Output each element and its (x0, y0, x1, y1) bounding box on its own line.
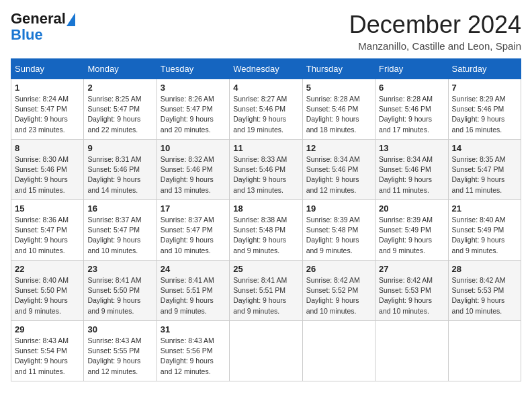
calendar-week-row: 8Sunrise: 8:30 AMSunset: 5:46 PMDaylight… (11, 140, 521, 200)
day-number: 29 (15, 324, 80, 334)
weekday-header: Tuesday (157, 59, 229, 79)
calendar-cell: 17Sunrise: 8:37 AMSunset: 5:47 PMDayligh… (157, 200, 229, 261)
day-number: 8 (15, 143, 80, 153)
calendar-cell (448, 321, 521, 381)
logo-blue: Blue (11, 26, 43, 43)
day-info: Sunrise: 8:37 AMSunset: 5:47 PMDaylight:… (161, 215, 226, 256)
calendar-cell (302, 321, 375, 381)
calendar-cell: 14Sunrise: 8:35 AMSunset: 5:47 PMDayligh… (448, 140, 521, 200)
calendar-cell: 8Sunrise: 8:30 AMSunset: 5:46 PMDaylight… (11, 140, 84, 200)
day-info: Sunrise: 8:39 AMSunset: 5:49 PMDaylight:… (379, 215, 444, 256)
day-info: Sunrise: 8:34 AMSunset: 5:46 PMDaylight:… (379, 154, 444, 195)
day-info: Sunrise: 8:25 AMSunset: 5:47 PMDaylight:… (87, 94, 152, 135)
calendar-cell: 1Sunrise: 8:24 AMSunset: 5:47 PMDaylight… (11, 79, 84, 140)
day-number: 19 (306, 203, 371, 214)
calendar-cell: 23Sunrise: 8:41 AMSunset: 5:50 PMDayligh… (84, 261, 157, 321)
day-info: Sunrise: 8:26 AMSunset: 5:47 PMDaylight:… (161, 94, 226, 135)
calendar-cell: 27Sunrise: 8:42 AMSunset: 5:53 PMDayligh… (375, 261, 448, 321)
calendar-cell: 5Sunrise: 8:28 AMSunset: 5:46 PMDaylight… (302, 79, 375, 140)
day-info: Sunrise: 8:40 AMSunset: 5:50 PMDaylight:… (15, 275, 80, 316)
day-number: 3 (161, 83, 226, 93)
day-number: 17 (161, 203, 226, 214)
day-info: Sunrise: 8:40 AMSunset: 5:49 PMDaylight:… (452, 215, 517, 256)
day-info: Sunrise: 8:42 AMSunset: 5:53 PMDaylight:… (452, 275, 517, 316)
day-number: 26 (306, 264, 371, 274)
calendar-week-row: 1Sunrise: 8:24 AMSunset: 5:47 PMDaylight… (11, 79, 521, 140)
calendar-cell: 4Sunrise: 8:27 AMSunset: 5:46 PMDaylight… (230, 79, 302, 140)
calendar-cell: 10Sunrise: 8:32 AMSunset: 5:46 PMDayligh… (157, 140, 229, 200)
day-info: Sunrise: 8:39 AMSunset: 5:48 PMDaylight:… (306, 215, 371, 256)
day-info: Sunrise: 8:28 AMSunset: 5:46 PMDaylight:… (379, 94, 444, 135)
day-number: 27 (379, 264, 444, 274)
day-number: 13 (379, 143, 444, 153)
calendar-cell: 9Sunrise: 8:31 AMSunset: 5:46 PMDaylight… (84, 140, 157, 200)
logo: General Blue (11, 11, 75, 43)
day-number: 10 (161, 143, 226, 153)
day-info: Sunrise: 8:34 AMSunset: 5:46 PMDaylight:… (306, 154, 371, 195)
day-info: Sunrise: 8:31 AMSunset: 5:46 PMDaylight:… (87, 154, 152, 195)
day-number: 28 (452, 264, 517, 274)
day-info: Sunrise: 8:41 AMSunset: 5:50 PMDaylight:… (87, 275, 152, 316)
day-number: 20 (379, 203, 444, 214)
calendar-cell: 21Sunrise: 8:40 AMSunset: 5:49 PMDayligh… (448, 200, 521, 261)
day-number: 18 (233, 203, 298, 214)
calendar-cell: 16Sunrise: 8:37 AMSunset: 5:47 PMDayligh… (84, 200, 157, 261)
weekday-header: Thursday (302, 59, 375, 79)
calendar-cell: 26Sunrise: 8:42 AMSunset: 5:52 PMDayligh… (302, 261, 375, 321)
day-number: 5 (306, 83, 371, 93)
calendar-week-row: 22Sunrise: 8:40 AMSunset: 5:50 PMDayligh… (11, 261, 521, 321)
day-number: 21 (452, 203, 517, 214)
calendar-cell: 2Sunrise: 8:25 AMSunset: 5:47 PMDaylight… (84, 79, 157, 140)
day-info: Sunrise: 8:30 AMSunset: 5:46 PMDaylight:… (15, 154, 80, 195)
title-area: December 2024 Manzanillo, Castille and L… (349, 11, 521, 52)
month-title: December 2024 (349, 11, 521, 39)
calendar-cell: 15Sunrise: 8:36 AMSunset: 5:47 PMDayligh… (11, 200, 84, 261)
calendar-cell: 24Sunrise: 8:41 AMSunset: 5:51 PMDayligh… (157, 261, 229, 321)
calendar-cell (230, 321, 302, 381)
day-number: 16 (87, 203, 152, 214)
day-number: 2 (87, 83, 152, 93)
calendar-cell: 11Sunrise: 8:33 AMSunset: 5:46 PMDayligh… (230, 140, 302, 200)
day-number: 15 (15, 203, 80, 214)
calendar-cell: 31Sunrise: 8:43 AMSunset: 5:56 PMDayligh… (157, 321, 229, 381)
day-info: Sunrise: 8:36 AMSunset: 5:47 PMDaylight:… (15, 215, 80, 256)
day-number: 4 (233, 83, 298, 93)
calendar-cell: 22Sunrise: 8:40 AMSunset: 5:50 PMDayligh… (11, 261, 84, 321)
day-number: 22 (15, 264, 80, 274)
day-info: Sunrise: 8:42 AMSunset: 5:53 PMDaylight:… (379, 275, 444, 316)
calendar-cell: 18Sunrise: 8:38 AMSunset: 5:48 PMDayligh… (230, 200, 302, 261)
day-number: 14 (452, 143, 517, 153)
calendar-cell: 7Sunrise: 8:29 AMSunset: 5:46 PMDaylight… (448, 79, 521, 140)
weekday-header: Friday (375, 59, 448, 79)
day-number: 12 (306, 143, 371, 153)
calendar-week-row: 15Sunrise: 8:36 AMSunset: 5:47 PMDayligh… (11, 200, 521, 261)
day-info: Sunrise: 8:37 AMSunset: 5:47 PMDaylight:… (87, 215, 152, 256)
day-number: 1 (15, 83, 80, 93)
calendar-cell: 6Sunrise: 8:28 AMSunset: 5:46 PMDaylight… (375, 79, 448, 140)
day-number: 30 (87, 324, 152, 334)
calendar-cell: 25Sunrise: 8:41 AMSunset: 5:51 PMDayligh… (230, 261, 302, 321)
logo-text: General (11, 11, 75, 27)
weekday-header: Monday (84, 59, 157, 79)
day-info: Sunrise: 8:35 AMSunset: 5:47 PMDaylight:… (452, 154, 517, 195)
calendar-cell (375, 321, 448, 381)
day-number: 7 (452, 83, 517, 93)
day-info: Sunrise: 8:33 AMSunset: 5:46 PMDaylight:… (233, 154, 298, 195)
day-number: 9 (87, 143, 152, 153)
day-info: Sunrise: 8:28 AMSunset: 5:46 PMDaylight:… (306, 94, 371, 135)
day-number: 31 (161, 324, 226, 334)
day-info: Sunrise: 8:38 AMSunset: 5:48 PMDaylight:… (233, 215, 298, 256)
location-title: Manzanillo, Castille and Leon, Spain (349, 40, 521, 52)
weekday-header: Wednesday (230, 59, 302, 79)
day-number: 23 (87, 264, 152, 274)
header: General Blue December 2024 Manzanillo, C… (11, 11, 521, 52)
weekday-header: Saturday (448, 59, 521, 79)
calendar-cell: 29Sunrise: 8:43 AMSunset: 5:54 PMDayligh… (11, 321, 84, 381)
calendar-week-row: 29Sunrise: 8:43 AMSunset: 5:54 PMDayligh… (11, 321, 521, 381)
day-info: Sunrise: 8:43 AMSunset: 5:54 PMDaylight:… (15, 336, 80, 377)
calendar-cell: 30Sunrise: 8:43 AMSunset: 5:55 PMDayligh… (84, 321, 157, 381)
calendar-cell: 28Sunrise: 8:42 AMSunset: 5:53 PMDayligh… (448, 261, 521, 321)
day-number: 25 (233, 264, 298, 274)
day-info: Sunrise: 8:43 AMSunset: 5:55 PMDaylight:… (87, 336, 152, 377)
calendar-cell: 3Sunrise: 8:26 AMSunset: 5:47 PMDaylight… (157, 79, 229, 140)
